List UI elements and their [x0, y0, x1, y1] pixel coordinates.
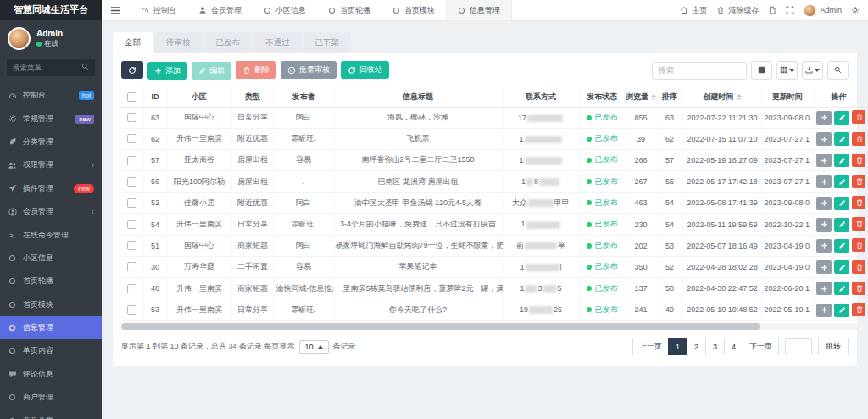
filter-tab-已发布[interactable]: 已发布	[204, 32, 253, 53]
edit-button[interactable]: 编辑	[192, 62, 231, 80]
row-checkbox[interactable]	[127, 262, 136, 271]
sidebar-item-商户管理[interactable]: 商户管理	[0, 386, 102, 409]
next-page-button[interactable]: 下一页	[743, 338, 779, 355]
page-button-2[interactable]: 2	[687, 338, 706, 355]
sidebar-item-首页轮播[interactable]: 首页轮播	[0, 270, 102, 293]
row-checkbox[interactable]	[127, 198, 136, 208]
jump-page-input[interactable]	[785, 338, 812, 355]
row-edit-button[interactable]	[834, 218, 849, 232]
hamburger-icon[interactable]	[102, 0, 130, 20]
recycle-bin-button[interactable]: 回收站	[341, 61, 389, 79]
row-edit-button[interactable]	[834, 175, 849, 188]
batch-audit-button[interactable]: 批量审核	[281, 61, 337, 79]
topbar-tab-信息管理[interactable]: 信息管理	[446, 0, 512, 20]
row-delete-button[interactable]	[852, 282, 865, 295]
columns-button[interactable]	[776, 61, 798, 80]
horizontal-scrollbar[interactable]	[121, 323, 865, 330]
filter-tab-已下架[interactable]: 已下架	[303, 32, 352, 53]
row-edit-button[interactable]	[834, 282, 849, 295]
row-checkbox[interactable]	[127, 134, 136, 143]
status-dot-icon	[587, 222, 592, 227]
topbar-tab-会员管理[interactable]: 会员管理	[187, 0, 253, 20]
add-button[interactable]: 添加	[147, 62, 187, 80]
row-detail-button[interactable]	[816, 282, 832, 295]
sidebar-item-小区信息[interactable]: 小区信息	[0, 247, 102, 270]
home-link[interactable]: 主页	[680, 5, 707, 16]
row-edit-button[interactable]	[834, 239, 849, 253]
row-edit-button[interactable]	[834, 132, 849, 146]
row-checkbox[interactable]	[127, 305, 136, 315]
row-delete-button[interactable]	[852, 175, 865, 188]
sidebar-item-商品分类[interactable]: 商品分类	[0, 409, 102, 419]
per-page-select[interactable]: 10	[299, 340, 329, 354]
row-checkbox[interactable]	[127, 220, 136, 229]
sidebar-item-插件管理[interactable]: 插件管理new	[0, 177, 102, 200]
page-button-4[interactable]: 4	[724, 338, 743, 355]
topbar-tab-小区信息[interactable]: 小区信息	[253, 0, 317, 20]
row-detail-button[interactable]	[816, 111, 832, 125]
page-refresh-button[interactable]	[768, 6, 776, 14]
filter-tab-待审核[interactable]: 待审核	[154, 32, 203, 53]
topbar-tab-首页轮播[interactable]: 首页轮播	[317, 0, 381, 20]
fullscreen-button[interactable]	[786, 6, 794, 14]
refresh-button[interactable]	[121, 61, 143, 79]
row-detail-button[interactable]	[816, 132, 832, 146]
row-checkbox[interactable]	[127, 113, 136, 122]
sidebar-item-单页内容[interactable]: 单页内容	[0, 339, 102, 362]
row-detail-button[interactable]	[816, 304, 832, 317]
row-delete-button[interactable]	[852, 238, 865, 252]
scrollbar-thumb[interactable]	[121, 323, 760, 330]
row-delete-button[interactable]	[852, 132, 865, 146]
row-edit-button[interactable]	[834, 260, 849, 274]
sidebar-search-input[interactable]	[13, 64, 81, 72]
row-detail-button[interactable]	[816, 197, 832, 210]
sidebar-item-分类管理[interactable]: 分类管理	[0, 131, 102, 154]
export-button[interactable]	[802, 61, 823, 80]
sidebar-item-常规管理[interactable]: 常规管理new	[0, 107, 102, 130]
sidebar-item-权限管理[interactable]: 权限管理‹	[0, 154, 102, 176]
row-edit-button[interactable]	[834, 111, 849, 125]
row-detail-button[interactable]	[816, 175, 832, 188]
row-delete-button[interactable]	[852, 303, 865, 316]
jump-button[interactable]: 跳转	[818, 338, 849, 355]
column-header-浏览量[interactable]: 浏览量	[625, 87, 657, 107]
sidebar-item-会员管理[interactable]: 会员管理‹	[0, 200, 102, 223]
select-all-checkbox[interactable]	[127, 92, 136, 102]
page-button-3[interactable]: 3	[705, 338, 725, 355]
toggle-search-button[interactable]	[751, 61, 772, 80]
row-edit-button[interactable]	[834, 304, 849, 317]
row-detail-button[interactable]	[816, 218, 832, 232]
row-checkbox[interactable]	[127, 177, 136, 187]
row-edit-button[interactable]	[834, 197, 849, 210]
topbar-tab-首页模块[interactable]: 首页模块	[381, 0, 446, 20]
clear-cache-button[interactable]: 清除缓存	[716, 5, 759, 16]
row-delete-button[interactable]	[852, 154, 865, 167]
prev-page-button[interactable]: 上一页	[632, 338, 669, 355]
column-header-创建时间[interactable]: 创建时间	[682, 87, 762, 107]
row-delete-button[interactable]	[852, 196, 865, 210]
topbar-tab-控制台[interactable]: 控制台	[130, 0, 187, 20]
row-detail-button[interactable]	[816, 239, 832, 253]
row-checkbox[interactable]	[127, 284, 136, 293]
row-detail-button[interactable]	[816, 154, 832, 167]
row-delete-button[interactable]	[852, 110, 865, 124]
row-edit-button[interactable]	[834, 154, 849, 167]
filter-tab-不通过[interactable]: 不通过	[253, 32, 302, 53]
settings-button[interactable]	[851, 6, 860, 14]
sidebar-item-在线命令管理[interactable]: >_在线命令管理	[0, 223, 102, 246]
sidebar-item-评论信息[interactable]: 评论信息	[0, 363, 102, 386]
row-checkbox[interactable]	[127, 241, 136, 250]
delete-button[interactable]: 删除	[236, 61, 276, 79]
row-delete-button[interactable]	[852, 260, 865, 274]
sidebar-item-信息管理[interactable]: 信息管理	[0, 316, 102, 339]
row-detail-button[interactable]	[816, 260, 832, 274]
sidebar-item-首页模块[interactable]: 首页模块	[0, 293, 102, 316]
admin-menu[interactable]: Admin	[804, 4, 842, 17]
page-button-1[interactable]: 1	[668, 338, 687, 355]
search-button[interactable]	[827, 61, 849, 80]
table-search-input[interactable]	[652, 62, 747, 80]
row-checkbox[interactable]	[127, 156, 136, 165]
row-delete-button[interactable]	[852, 217, 865, 231]
filter-tab-全部[interactable]: 全部	[113, 32, 153, 53]
sidebar-item-控制台[interactable]: 控制台hot	[0, 84, 102, 107]
